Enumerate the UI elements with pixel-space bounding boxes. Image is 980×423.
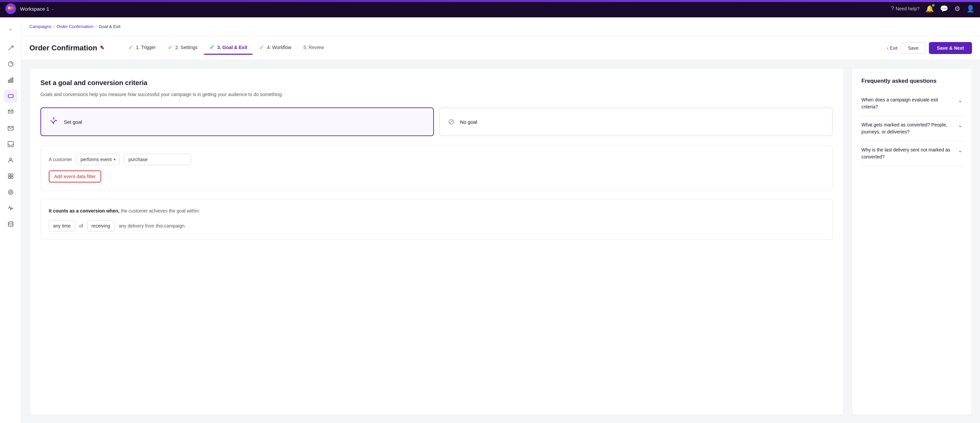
exit-label: Exit — [890, 45, 897, 51]
faq-question-3[interactable]: Why is the last delivery sent not marked… — [861, 146, 962, 160]
save-button[interactable]: Save — [901, 42, 926, 54]
svg-point-15 — [10, 191, 12, 193]
sidebar-item-people[interactable] — [4, 154, 18, 167]
faq-item-3: Why is the last delivery sent not marked… — [861, 141, 962, 166]
sidebar-item-objects[interactable] — [4, 170, 18, 183]
add-event-data-filter-button[interactable]: Add event data filter — [49, 171, 101, 182]
step-trigger-check-icon: ✓ — [128, 44, 133, 51]
faq-item-1: When does a campaign evaluate exit crite… — [861, 91, 962, 116]
breadcrumb-sep2: / — [95, 24, 97, 29]
campaign-header: Order Confirmation ✎ ✓ 1. Trigger ✓ 2. S… — [21, 36, 980, 60]
sidebar-item-email[interactable] — [4, 122, 18, 135]
header-actions: ‹ Exit Save Save & Next — [887, 42, 972, 54]
goal-cards: Set goal ⊘ No goal — [40, 108, 833, 136]
workspace-chevron: ⌄ — [51, 6, 54, 11]
faq-question-2[interactable]: What gets marked as converted? People, j… — [861, 122, 962, 135]
svg-rect-12 — [8, 176, 10, 179]
svg-point-16 — [8, 222, 13, 223]
step-goal-exit[interactable]: ✓ 3. Goal & Exit — [204, 41, 253, 55]
step-trigger[interactable]: ✓ 1. Trigger — [123, 41, 161, 55]
sidebar-item-inbox[interactable] — [4, 138, 18, 151]
main-panel: Set a goal and conversion criteria Goals… — [29, 68, 844, 415]
svg-point-14 — [8, 190, 13, 195]
faq-chevron-1-icon: ⌄ — [958, 97, 962, 103]
performs-event-chevron-icon: ▾ — [114, 157, 116, 162]
set-goal-card[interactable]: Set goal — [40, 108, 434, 136]
save-next-button[interactable]: Save & Next — [929, 42, 972, 54]
panel-description: Goals and conversions help you measure h… — [40, 91, 833, 98]
breadcrumb-sep1: / — [53, 24, 55, 29]
filter-section: A customer performs event ▾ Add event da… — [40, 146, 833, 191]
no-goal-icon: ⊘ — [448, 117, 455, 127]
svg-rect-10 — [8, 174, 10, 176]
sidebar-item-activity[interactable] — [4, 201, 18, 215]
sub-header: Campaigns / Order Confirmation / Goal & … — [21, 17, 980, 36]
svg-rect-6 — [12, 78, 13, 82]
conversion-row: any time of receiving any delivery from … — [49, 220, 824, 231]
main-wrapper: Campaigns / Order Confirmation / Goal & … — [21, 17, 980, 423]
trailing-text: any delivery from this campaign. — [119, 223, 186, 228]
event-value-input[interactable] — [124, 154, 191, 165]
step-goal-exit-check-icon: ✓ — [209, 44, 215, 51]
set-goal-label: Set goal — [64, 119, 82, 125]
performs-event-select[interactable]: performs event ▾ — [76, 154, 120, 165]
set-goal-icon — [49, 116, 59, 127]
faq-panel: Frequently asked questions When does a c… — [852, 68, 972, 415]
workspace-selector[interactable]: Workspace 1 ⌄ — [20, 6, 54, 12]
step-workflow[interactable]: ✓ 4. Workflow — [254, 41, 297, 55]
exit-arrow-icon: ‹ — [887, 45, 888, 51]
breadcrumb-order-confirmation[interactable]: Order Confirmation — [56, 24, 94, 29]
faq-chevron-2-icon: ⌄ — [958, 122, 962, 128]
breadcrumb-campaigns[interactable]: Campaigns — [29, 24, 51, 29]
of-label: of — [79, 223, 83, 228]
help-icon: ? — [891, 6, 894, 12]
svg-point-9 — [10, 158, 12, 160]
steps-nav: ✓ 1. Trigger ✓ 2. Settings ✓ 3. Goal & E… — [123, 41, 881, 55]
help-link[interactable]: ? Need help? — [891, 6, 920, 12]
edit-campaign-name-icon[interactable]: ✎ — [100, 45, 104, 51]
left-sidebar: » — [0, 17, 21, 423]
sidebar-item-database[interactable] — [4, 217, 18, 231]
sidebar-item-journey[interactable] — [4, 41, 18, 55]
step-goal-exit-label: 3. Goal & Exit — [217, 45, 247, 50]
faq-question-3-text: Why is the last delivery sent not marked… — [861, 146, 958, 160]
step-workflow-check-icon: ✓ — [259, 44, 264, 51]
sidebar-item-segments[interactable] — [4, 57, 18, 71]
faq-question-2-text: What gets marked as converted? People, j… — [861, 122, 958, 135]
a-customer-label: A customer — [49, 157, 72, 162]
receiving-select[interactable]: receiving — [87, 220, 115, 231]
sidebar-item-reports[interactable] — [4, 73, 18, 87]
performs-event-label: performs event — [81, 157, 111, 162]
svg-point-2 — [10, 6, 14, 10]
settings-icon[interactable]: ⚙ — [954, 5, 960, 13]
svg-rect-5 — [10, 79, 11, 82]
step-review-label: 5. Review — [303, 45, 324, 50]
step-settings-label: 2. Settings — [175, 45, 197, 50]
faq-question-1[interactable]: When does a campaign evaluate exit crite… — [861, 97, 962, 111]
sidebar-item-messages[interactable] — [4, 105, 18, 119]
any-time-select[interactable]: any time — [49, 220, 75, 231]
faq-title: Frequently asked questions — [861, 78, 962, 84]
breadcrumb: Campaigns / Order Confirmation / Goal & … — [29, 24, 121, 29]
faq-chevron-3-icon: ⌄ — [958, 147, 962, 154]
no-goal-label: No goal — [460, 119, 477, 125]
notifications-icon[interactable]: 🔔 — [926, 5, 934, 13]
exit-button[interactable]: ‹ Exit — [887, 45, 897, 51]
step-trigger-label: 1. Trigger — [136, 45, 156, 50]
step-settings[interactable]: ✓ 2. Settings — [162, 41, 203, 55]
conversion-description: It counts as a conversion when, the cust… — [49, 207, 824, 214]
faq-item-2: What gets marked as converted? People, j… — [861, 116, 962, 141]
step-review[interactable]: 5. Review — [298, 42, 329, 54]
messages-icon[interactable]: 💬 — [940, 5, 948, 13]
conversion-rest-text: the customer achieves the goal within: — [121, 208, 200, 214]
user-icon[interactable]: 👤 — [966, 5, 975, 13]
purple-top-bar — [0, 0, 980, 2]
svg-rect-11 — [11, 174, 13, 176]
sidebar-item-campaigns[interactable] — [4, 89, 18, 103]
sidebar-item-identity[interactable] — [4, 185, 18, 199]
svg-rect-4 — [8, 80, 10, 82]
no-goal-card[interactable]: ⊘ No goal — [439, 108, 833, 136]
help-label: Need help? — [896, 6, 920, 11]
sidebar-expand-button[interactable]: » — [4, 23, 18, 36]
campaign-title-area: Order Confirmation ✎ — [29, 44, 104, 52]
